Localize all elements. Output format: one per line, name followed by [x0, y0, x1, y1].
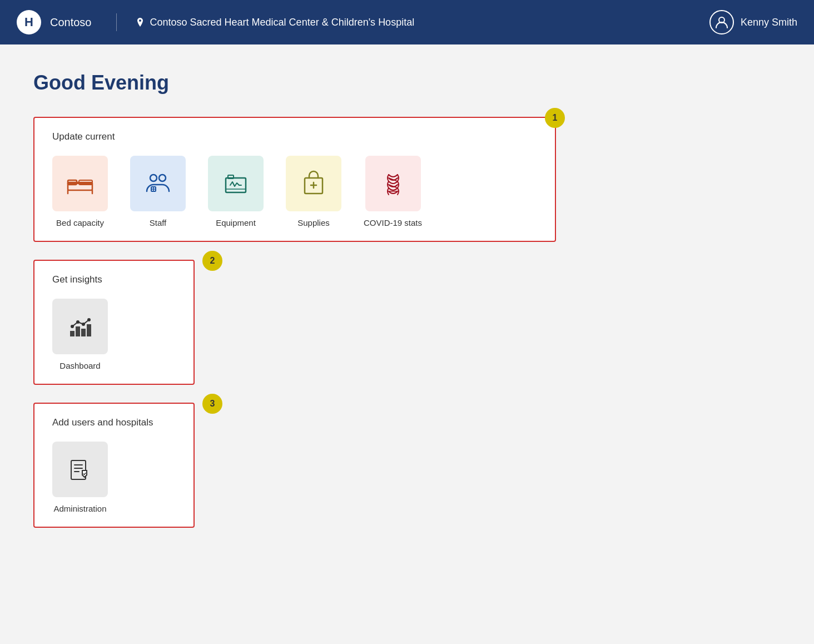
- header-divider: [116, 13, 117, 31]
- dashboard-icon: [63, 310, 97, 343]
- staff-icon: [141, 167, 175, 200]
- svg-point-7: [150, 175, 157, 181]
- user-info[interactable]: Kenny Smith: [709, 10, 797, 34]
- location-text: Contoso Sacred Heart Medical Center & Ch…: [150, 17, 415, 28]
- svg-point-25: [71, 325, 74, 328]
- bed-capacity-icon-box: [52, 156, 108, 211]
- svg-rect-22: [76, 326, 80, 336]
- svg-point-27: [82, 323, 85, 326]
- badge-2: 2: [202, 251, 222, 271]
- admin-tiles-row: Administration: [52, 442, 176, 513]
- badge-1: 1: [545, 108, 565, 128]
- staff-icon-box: [130, 156, 186, 211]
- svg-point-8: [159, 175, 166, 181]
- tile-staff[interactable]: Staff: [130, 156, 186, 227]
- location-pin-icon: [135, 17, 146, 28]
- section-update-current: 1 Update current Bed capacity: [33, 117, 556, 242]
- administration-icon: [63, 453, 97, 486]
- supplies-icon-box: [286, 156, 341, 211]
- tile-covid-stats[interactable]: COVID-19 stats: [364, 156, 422, 227]
- svg-rect-13: [228, 175, 234, 179]
- dashboard-icon-box: [52, 299, 108, 354]
- greeting-text: Good Evening: [33, 71, 781, 95]
- svg-rect-21: [70, 331, 75, 336]
- covid-icon: [376, 167, 410, 200]
- covid-icon-box: [365, 156, 421, 211]
- tile-equipment[interactable]: Equipment: [208, 156, 264, 227]
- dashboard-label: Dashboard: [59, 361, 100, 370]
- badge-3: 3: [202, 394, 222, 414]
- bed-capacity-label: Bed capacity: [56, 218, 104, 227]
- section-2-title: Get insights: [52, 274, 176, 285]
- section-add-users: 3 Add users and hospitals: [33, 403, 195, 528]
- section-3-title: Add users and hospitals: [52, 417, 176, 428]
- user-name: Kenny Smith: [741, 17, 797, 28]
- tile-administration[interactable]: Administration: [52, 442, 108, 513]
- supplies-icon: [297, 167, 330, 200]
- supplies-label: Supplies: [297, 218, 330, 227]
- svg-rect-23: [81, 329, 86, 336]
- location-info: Contoso Sacred Heart Medical Center & Ch…: [135, 17, 701, 28]
- section-get-insights: 2 Get insights: [33, 260, 195, 385]
- avatar: [709, 10, 734, 34]
- insights-tiles-row: Dashboard: [52, 299, 176, 370]
- covid-stats-label: COVID-19 stats: [364, 218, 422, 227]
- svg-point-26: [76, 320, 80, 324]
- equipment-icon: [219, 167, 252, 200]
- admin-icon-box: [52, 442, 108, 497]
- tile-supplies[interactable]: Supplies: [286, 156, 341, 227]
- bed-icon: [63, 167, 97, 200]
- administration-label: Administration: [53, 504, 106, 513]
- brand-name: Contoso: [50, 16, 92, 29]
- tile-bed-capacity[interactable]: Bed capacity: [52, 156, 108, 227]
- logo-badge: H: [17, 10, 41, 34]
- update-tiles-row: Bed capacity Staff: [52, 156, 537, 227]
- main-content: Good Evening 1 Update current Bed capac: [0, 44, 814, 572]
- svg-point-28: [87, 318, 91, 321]
- staff-label: Staff: [150, 218, 167, 227]
- equipment-icon-box: [208, 156, 264, 211]
- tile-dashboard[interactable]: Dashboard: [52, 299, 108, 370]
- section-1-title: Update current: [52, 131, 537, 142]
- svg-rect-24: [87, 324, 91, 336]
- app-header: H Contoso Contoso Sacred Heart Medical C…: [0, 0, 814, 44]
- equipment-label: Equipment: [216, 218, 256, 227]
- user-icon: [714, 14, 729, 30]
